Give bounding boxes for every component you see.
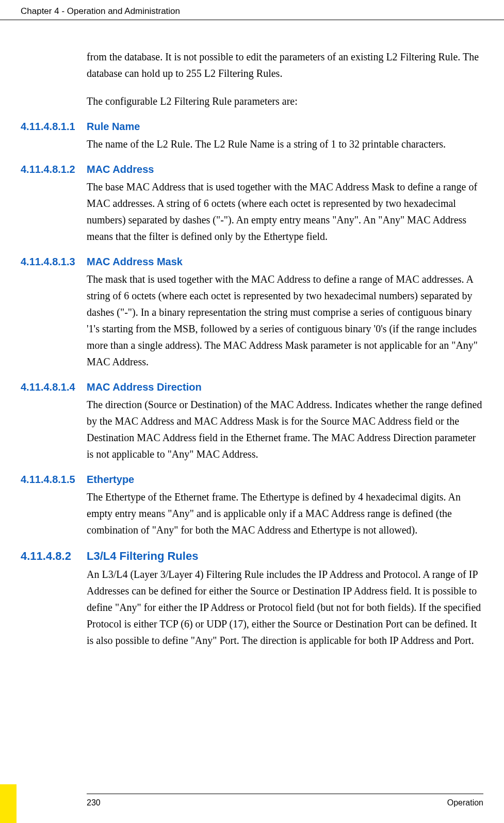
section-body-mac-address-mask: The mask that is used together with the …: [87, 271, 483, 370]
section-body-ethertype: The Ethertype of the Ethernet frame. The…: [87, 489, 483, 538]
section-body-mac-address-direction: The direction (Source or Destination) of…: [87, 396, 483, 462]
section-number: 4.11.4.8.2: [21, 550, 87, 563]
chapter-title: Chapter 4 - Operation and Administration: [21, 6, 180, 16]
section-title: Ethertype: [87, 474, 134, 486]
section-number: 4.11.4.8.1.1: [21, 121, 87, 133]
section-heading-ethertype: 4.11.4.8.1.5 Ethertype: [21, 474, 483, 486]
section-number: 4.11.4.8.1.5: [21, 474, 87, 486]
page-number: 230: [87, 798, 101, 808]
section-heading-rule-name: 4.11.4.8.1.1 Rule Name: [21, 121, 483, 133]
section-heading-mac-address: 4.11.4.8.1.2 MAC Address: [21, 164, 483, 175]
section-number: 4.11.4.8.1.3: [21, 256, 87, 268]
section-body-rule-name: The name of the L2 Rule. The L2 Rule Nam…: [87, 136, 483, 152]
page-header: Chapter 4 - Operation and Administration: [0, 0, 504, 20]
section-heading-mac-address-mask: 4.11.4.8.1.3 MAC Address Mask: [21, 256, 483, 268]
footer-row: 230 Operation: [21, 798, 483, 808]
section-body-mac-address: The base MAC Address that is used togeth…: [87, 179, 483, 245]
intro-paragraph-1: from the database. It is not possible to…: [87, 49, 483, 82]
section-heading-mac-address-direction: 4.11.4.8.1.4 MAC Address Direction: [21, 381, 483, 393]
footer-label: Operation: [447, 798, 483, 808]
section-title: MAC Address Mask: [87, 256, 183, 268]
section-heading-l3l4-filtering-rules: 4.11.4.8.2 L3/L4 Filtering Rules: [21, 550, 483, 563]
section-title: MAC Address: [87, 164, 154, 175]
intro-paragraph-2: The configurable L2 Filtering Rule param…: [87, 93, 483, 109]
section-title: L3/L4 Filtering Rules: [87, 550, 198, 563]
section-body-l3l4-filtering-rules: An L3/L4 (Layer 3/Layer 4) Filtering Rul…: [87, 566, 483, 649]
yellow-accent-block: [0, 784, 17, 823]
page-content: from the database. It is not possible to…: [0, 49, 504, 649]
footer-inner: 230 Operation: [21, 794, 483, 808]
section-number: 4.11.4.8.1.2: [21, 164, 87, 175]
section-title: MAC Address Direction: [87, 381, 202, 393]
section-number: 4.11.4.8.1.4: [21, 381, 87, 393]
footer-rule: [87, 794, 483, 794]
section-title: Rule Name: [87, 121, 140, 133]
page-footer: 230 Operation: [0, 777, 504, 823]
